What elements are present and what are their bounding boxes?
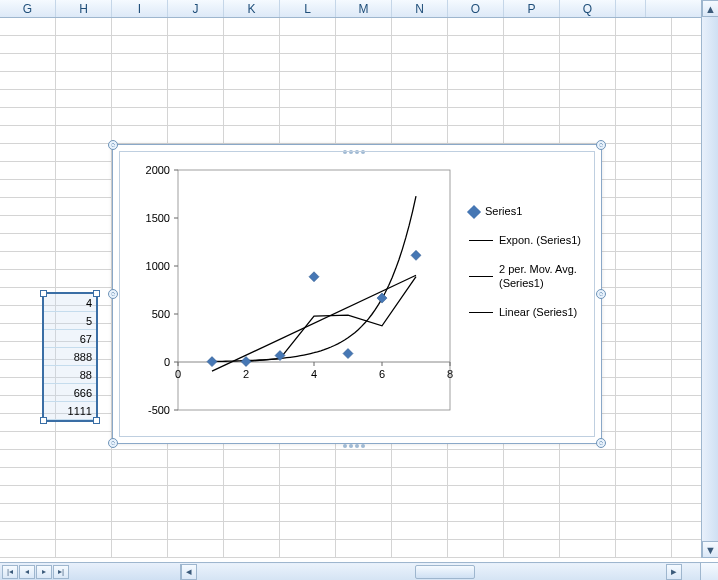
chart-resize-handle[interactable]: [108, 140, 118, 150]
cell[interactable]: 88: [44, 366, 96, 384]
svg-text:6: 6: [379, 368, 385, 380]
svg-text:1500: 1500: [146, 212, 170, 224]
col-header[interactable]: G: [0, 0, 56, 17]
selection-handle[interactable]: [40, 417, 47, 424]
line-marker-icon: [469, 276, 493, 277]
svg-text:500: 500: [152, 308, 170, 320]
cell[interactable]: 888: [44, 348, 96, 366]
svg-text:0: 0: [175, 368, 181, 380]
line-marker-icon: [469, 312, 493, 313]
col-header[interactable]: I: [112, 0, 168, 17]
chart-resize-handle[interactable]: [596, 140, 606, 150]
scrollbar-corner: [700, 563, 718, 581]
scroll-thumb[interactable]: [415, 565, 475, 579]
vertical-scrollbar[interactable]: ▲ ▼: [701, 0, 718, 558]
scroll-down-button[interactable]: ▼: [702, 541, 718, 558]
diamond-marker-icon: [467, 205, 481, 219]
tab-nav-first-button[interactable]: |◂: [2, 565, 18, 579]
chart-move-handle[interactable]: [342, 144, 372, 150]
col-header[interactable]: O: [448, 0, 504, 17]
svg-line-24: [212, 275, 416, 371]
cell[interactable]: 4: [44, 294, 96, 312]
sheet-tab-nav: |◂ ◂ ▸ ▸|: [0, 563, 180, 580]
scroll-up-button[interactable]: ▲: [702, 0, 718, 17]
cell[interactable]: 1111: [44, 402, 96, 420]
chart-resize-handle[interactable]: [108, 289, 118, 299]
line-marker-icon: [469, 240, 493, 241]
col-header[interactable]: K: [224, 0, 280, 17]
col-header[interactable]: L: [280, 0, 336, 17]
chart-move-handle[interactable]: [342, 438, 372, 444]
cell[interactable]: 67: [44, 330, 96, 348]
cell[interactable]: 666: [44, 384, 96, 402]
legend-item-movavg[interactable]: 2 per. Mov. Avg. (Series1): [469, 263, 587, 289]
svg-text:8: 8: [447, 368, 453, 380]
selection-handle[interactable]: [40, 290, 47, 297]
legend-label: Expon. (Series1): [499, 234, 581, 247]
legend-item-expon[interactable]: Expon. (Series1): [469, 234, 587, 247]
col-header[interactable]: Q: [560, 0, 616, 17]
col-header-partial[interactable]: [616, 0, 646, 17]
svg-text:2000: 2000: [146, 164, 170, 176]
embedded-chart[interactable]: -500050010001500200002468 Series1 Expon.…: [112, 144, 602, 444]
selected-cell-range[interactable]: 4 5 67 888 88 666 1111: [42, 292, 98, 422]
selection-handle[interactable]: [93, 417, 100, 424]
col-header[interactable]: J: [168, 0, 224, 17]
tab-nav-last-button[interactable]: ▸|: [53, 565, 69, 579]
chart-resize-handle[interactable]: [108, 438, 118, 448]
col-header[interactable]: P: [504, 0, 560, 17]
scroll-left-button[interactable]: ◂: [181, 564, 197, 580]
tab-nav-next-button[interactable]: ▸: [36, 565, 52, 579]
chart-resize-handle[interactable]: [596, 289, 606, 299]
chart-legend[interactable]: Series1 Expon. (Series1) 2 per. Mov. Avg…: [469, 205, 587, 335]
svg-text:1000: 1000: [146, 260, 170, 272]
svg-text:0: 0: [164, 356, 170, 368]
legend-label: 2 per. Mov. Avg. (Series1): [499, 263, 587, 289]
chart-resize-handle[interactable]: [596, 438, 606, 448]
svg-text:-500: -500: [148, 404, 170, 416]
horizontal-scrollbar[interactable]: ◂ ▸: [180, 564, 700, 580]
legend-item-linear[interactable]: Linear (Series1): [469, 306, 587, 319]
selection-handle[interactable]: [93, 290, 100, 297]
legend-label: Series1: [485, 205, 522, 218]
tab-nav-prev-button[interactable]: ◂: [19, 565, 35, 579]
col-header[interactable]: H: [56, 0, 112, 17]
svg-text:4: 4: [311, 368, 317, 380]
legend-item-series[interactable]: Series1: [469, 205, 587, 218]
worksheet-grid[interactable]: 4 5 67 888 88 666 1111 -5000500100015002…: [0, 18, 718, 558]
bottom-bar: |◂ ◂ ▸ ▸| ◂ ▸: [0, 562, 718, 580]
scroll-right-button[interactable]: ▸: [666, 564, 682, 580]
cell[interactable]: 5: [44, 312, 96, 330]
column-header-row: G H I J K L M N O P Q: [0, 0, 718, 18]
col-header[interactable]: M: [336, 0, 392, 17]
svg-text:2: 2: [243, 368, 249, 380]
col-header[interactable]: N: [392, 0, 448, 17]
legend-label: Linear (Series1): [499, 306, 577, 319]
